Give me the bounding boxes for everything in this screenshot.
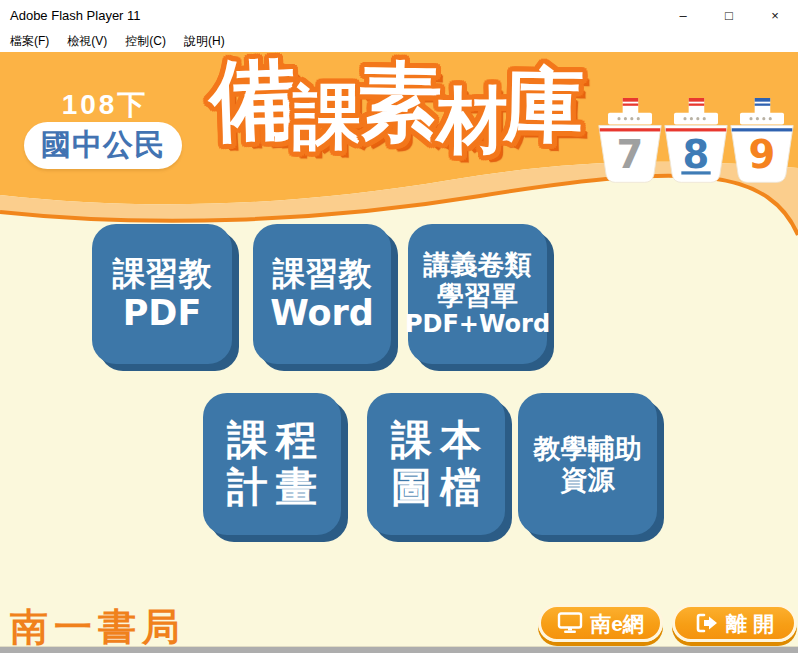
grade-8-ship-icon[interactable]: 8 (663, 97, 729, 187)
flash-player-window: Adobe Flash Player 11 – □ × 檔案(F) 檢視(V) … (0, 0, 798, 653)
window-title: Adobe Flash Player 11 (0, 8, 660, 23)
nan-e-web-button[interactable]: 南e網 (538, 604, 663, 642)
handout-worksheet-button[interactable]: 講義卷類 學習單 PDF+Word (408, 224, 547, 364)
grade-9-number: 9 (749, 132, 776, 177)
close-button[interactable]: × (752, 0, 798, 30)
app-title-char: 課 (293, 82, 363, 152)
menu-view[interactable]: 檢視(V) (67, 33, 107, 50)
window-bottom-edge (0, 646, 798, 653)
nan-e-web-label: 南e網 (590, 613, 644, 634)
exit-icon (695, 613, 719, 633)
kexijiao-pdf-button[interactable]: 課習教 PDF (92, 224, 232, 364)
publisher-logo: 南一書局 (10, 602, 186, 646)
teaching-aid-resources-button[interactable]: 教學輔助 資源 (518, 393, 657, 535)
menu-help[interactable]: 說明(H) (184, 33, 225, 50)
subject-label: 國中公民 (41, 125, 165, 166)
grade-7-ship-icon[interactable]: 7 (597, 97, 663, 187)
flash-stage: 108下 國中公民 備 課 素 材 庫 7 (0, 52, 798, 646)
menu-file[interactable]: 檔案(F) (10, 33, 49, 50)
textbook-images-button[interactable]: 課本 圖檔 (367, 393, 505, 535)
grade-8-number: 8 (683, 132, 710, 177)
grade-7-number: 7 (617, 132, 644, 177)
kexijiao-word-button[interactable]: 課習教 Word (253, 224, 391, 364)
app-title-char: 備 (208, 54, 299, 145)
minimize-button[interactable]: – (660, 0, 706, 30)
app-title-char: 材 (437, 84, 509, 156)
app-title-char: 素 (357, 59, 442, 144)
menu-bar: 檔案(F) 檢視(V) 控制(C) 說明(H) (0, 30, 798, 52)
curriculum-plan-button[interactable]: 課程 計畫 (203, 393, 341, 535)
window-titlebar: Adobe Flash Player 11 – □ × (0, 0, 798, 30)
exit-label: 離 開 (726, 613, 774, 634)
semester-label: 108下 (30, 86, 180, 124)
app-title: 備 課 素 材 庫 (210, 54, 579, 142)
app-title-char: 庫 (503, 65, 584, 146)
grade-9-ship-icon[interactable]: 9 (729, 97, 795, 187)
subject-badge: 國中公民 (24, 122, 182, 169)
monitor-icon (557, 612, 583, 634)
exit-button[interactable]: 離 開 (672, 604, 797, 642)
window-controls: – □ × (660, 0, 798, 30)
menu-control[interactable]: 控制(C) (125, 33, 166, 50)
maximize-button[interactable]: □ (706, 0, 752, 30)
grade-8-underline (681, 171, 710, 174)
